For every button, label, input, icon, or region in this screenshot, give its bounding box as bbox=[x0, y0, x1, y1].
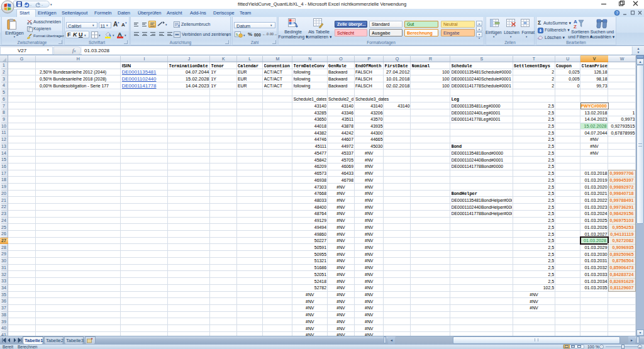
svg-text:?: ? bbox=[616, 11, 618, 15]
svg-text:Z: Z bbox=[574, 24, 577, 29]
svg-text:$: $ bbox=[236, 32, 238, 37]
